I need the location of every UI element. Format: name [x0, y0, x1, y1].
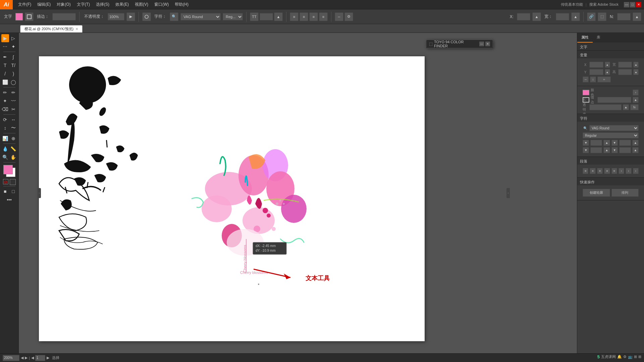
- menu-effect[interactable]: 效果(E): [113, 0, 131, 9]
- justify-btn[interactable]: ≡: [319, 12, 328, 21]
- opacity-up-btn[interactable]: ▲: [623, 104, 629, 110]
- menu-window[interactable]: 窗口(W): [152, 0, 171, 9]
- foreground-color-box[interactable]: [3, 165, 13, 174]
- stroke-value[interactable]: [52, 13, 76, 20]
- menu-file[interactable]: 文件(F): [15, 0, 34, 9]
- arrange-btn[interactable]: 排列: [611, 189, 639, 197]
- transform-icon-1[interactable]: ↔: [583, 76, 589, 82]
- stroke-up-btn[interactable]: ▲: [633, 97, 639, 103]
- menu-edit[interactable]: 编辑(E): [35, 0, 53, 9]
- align-left-btn[interactable]: ≡: [290, 12, 299, 21]
- x-up-btn[interactable]: ▲: [605, 62, 610, 68]
- eyedropper-tool[interactable]: 💧: [1, 145, 9, 153]
- fill-color-swatch[interactable]: [15, 13, 23, 20]
- n-input[interactable]: [617, 13, 631, 20]
- menu-select[interactable]: 选择(S): [93, 0, 112, 9]
- align-right-btn[interactable]: ≡: [309, 12, 318, 21]
- type-on-path-tool[interactable]: T/: [9, 61, 17, 69]
- ellipse-tool[interactable]: ◯: [9, 78, 17, 86]
- justify-prop-btn[interactable]: ≡: [604, 168, 610, 174]
- kerning-up-btn[interactable]: ▲: [632, 147, 639, 153]
- justify-all-btn[interactable]: ≡: [611, 168, 617, 174]
- shaper-tool[interactable]: ✦: [1, 97, 9, 105]
- right-panel-toggle[interactable]: ‹: [506, 188, 510, 198]
- warp-tool[interactable]: 〜: [9, 124, 17, 132]
- hand-tool[interactable]: ✋: [9, 153, 17, 161]
- width-up-btn[interactable]: ▲: [633, 62, 639, 68]
- y-input[interactable]: [589, 69, 603, 75]
- char-tracking-up-btn[interactable]: ▲: [632, 140, 639, 146]
- line-tool[interactable]: /: [1, 70, 9, 78]
- zoom-up-btn[interactable]: ▶: [25, 356, 28, 360]
- align-center-prop-btn[interactable]: ≡: [590, 168, 595, 174]
- stroke-width-input[interactable]: [597, 97, 631, 103]
- x-input[interactable]: [589, 62, 603, 68]
- coord-w-up[interactable]: ▲: [571, 12, 580, 21]
- more-tools-btn[interactable]: •••: [1, 196, 17, 204]
- adobe-stock-search[interactable]: 搜索 Adobe Stock: [589, 2, 619, 7]
- fill-icon[interactable]: ■: [1, 187, 9, 195]
- stroke-icon[interactable]: [25, 12, 34, 21]
- height-input[interactable]: [618, 69, 632, 75]
- char-tracking-input[interactable]: [619, 140, 631, 146]
- selection-tool[interactable]: ▶: [1, 34, 9, 42]
- font-search-icon[interactable]: 🔍: [170, 12, 178, 21]
- rectangle-tool[interactable]: ⬜: [1, 78, 9, 86]
- symbol-sprayer-tool[interactable]: ⊕: [9, 134, 17, 142]
- font-size-increment-btn[interactable]: ▲: [603, 140, 610, 146]
- none-color-btn[interactable]: ⊘: [3, 179, 8, 184]
- stroke-tool-icon[interactable]: □: [9, 187, 17, 195]
- opacity-more-btn[interactable]: ▶: [126, 12, 135, 21]
- font-size-up[interactable]: ▲: [274, 12, 283, 21]
- more-align-btn3[interactable]: ›: [633, 168, 639, 174]
- menu-help[interactable]: 帮助(H): [172, 0, 191, 9]
- link-icon[interactable]: 🔗: [587, 12, 596, 21]
- y-up-btn[interactable]: ▲: [605, 69, 610, 75]
- menu-text[interactable]: 文字(T): [74, 0, 93, 9]
- font-size-prop-input[interactable]: [590, 140, 602, 146]
- zoom-input[interactable]: [3, 355, 19, 361]
- default-colors-btn[interactable]: [10, 179, 16, 185]
- kerning-decrement-btn[interactable]: ▼: [611, 147, 618, 153]
- pen-tool[interactable]: ✒: [1, 53, 9, 61]
- maximize-button[interactable]: □: [630, 2, 635, 7]
- close-button[interactable]: ✕: [636, 2, 641, 7]
- font-style-select[interactable]: Reg... Regular Bold: [223, 13, 243, 20]
- arc-tool[interactable]: ): [9, 70, 17, 78]
- color-more-btn[interactable]: ›: [633, 89, 639, 96]
- align-center-btn[interactable]: ≡: [300, 12, 308, 21]
- scale-tool[interactable]: ↕: [1, 124, 9, 132]
- menu-view[interactable]: 视图(V): [132, 0, 151, 9]
- zoom-down-btn[interactable]: ◀: [21, 356, 23, 360]
- leading-decrement-btn[interactable]: ▼: [583, 147, 589, 153]
- rotate-tool[interactable]: ⟳: [1, 116, 9, 124]
- eraser-tool[interactable]: ⌫: [1, 105, 9, 113]
- next-page-btn[interactable]: ▶: [47, 356, 49, 360]
- smooth-tool[interactable]: 〰: [9, 97, 17, 105]
- opacity-input[interactable]: [108, 13, 124, 20]
- coord-w-input[interactable]: [556, 13, 569, 20]
- document-tab[interactable]: 樱花.ai @ 200% (CMYK/预览) ✕: [20, 25, 83, 33]
- column-graph-tool[interactable]: 📊: [1, 134, 9, 142]
- height-up-btn[interactable]: ▲: [633, 69, 639, 75]
- align-left-prop-btn[interactable]: ≡: [583, 168, 588, 174]
- props-tab-library[interactable]: 库: [593, 33, 604, 43]
- props-tab-properties[interactable]: 属性: [577, 33, 593, 43]
- pencil-tool[interactable]: ✏: [9, 88, 17, 97]
- direct-selection-tool[interactable]: ▷: [9, 34, 17, 42]
- transform-more-btn[interactable]: ››: [597, 76, 611, 82]
- font-style-select-prop[interactable]: Regular Bold Italic: [583, 132, 639, 138]
- coord-x-up[interactable]: ▲: [532, 12, 541, 21]
- curvature-tool[interactable]: ∫: [9, 53, 17, 61]
- leading-input[interactable]: [590, 147, 602, 153]
- arrange-icon[interactable]: ⬚: [598, 12, 606, 21]
- style-icon[interactable]: [142, 12, 151, 21]
- create-outline-btn[interactable]: 创建轮廓: [583, 189, 610, 197]
- reflect-tool[interactable]: ↔: [9, 116, 17, 124]
- workspace-label[interactable]: 传统基本功能: [561, 2, 583, 7]
- more-align-btn2[interactable]: ›: [626, 168, 631, 174]
- font-select[interactable]: VAG Round: [180, 13, 221, 20]
- char-tracking-btn[interactable]: ▼: [611, 140, 618, 146]
- font-name-select[interactable]: VAG Round: [589, 125, 639, 131]
- fx-btn[interactable]: fx: [630, 104, 639, 110]
